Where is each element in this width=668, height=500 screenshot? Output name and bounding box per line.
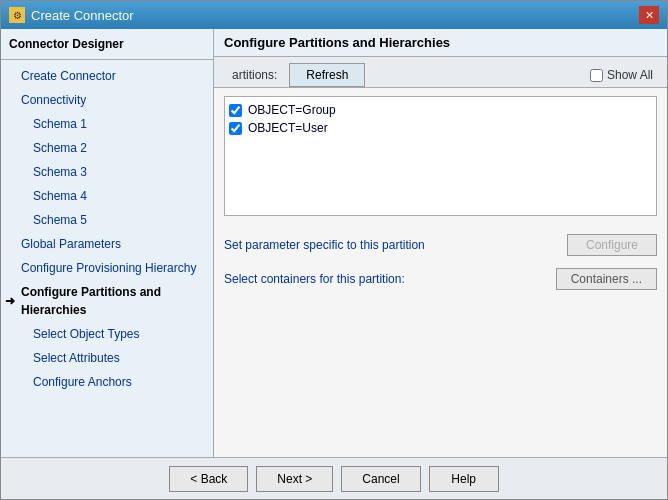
close-button[interactable]: ✕ — [639, 6, 659, 24]
show-all-checkbox[interactable] — [590, 69, 603, 82]
sidebar: Connector Designer Create Connector Conn… — [1, 29, 214, 457]
sidebar-header: Connector Designer — [1, 33, 213, 55]
sidebar-item-configure-provisioning-hierarchy[interactable]: Configure Provisioning Hierarchy — [1, 256, 213, 280]
sidebar-item-schema-4[interactable]: Schema 4 — [1, 184, 213, 208]
main-panel-header: Configure Partitions and Hierarchies — [214, 29, 667, 57]
partition-user-label: OBJECT=User — [248, 121, 328, 135]
tab-row: artitions: Refresh Show All — [214, 57, 667, 88]
partition-item-user: OBJECT=User — [229, 119, 652, 137]
sidebar-item-configure-partitions[interactable]: ➜ Configure Partitions and Hierarchies — [1, 280, 213, 322]
sidebar-item-configure-anchors[interactable]: Configure Anchors — [1, 370, 213, 394]
sidebar-item-schema-3[interactable]: Schema 3 — [1, 160, 213, 184]
title-bar: ⚙ Create Connector ✕ — [1, 1, 667, 29]
set-param-row: Set parameter specific to this partition… — [224, 234, 657, 256]
partition-item-group: OBJECT=Group — [229, 101, 652, 119]
current-arrow-icon: ➜ — [5, 292, 15, 310]
sidebar-item-global-parameters[interactable]: Global Parameters — [1, 232, 213, 256]
partition-group-checkbox[interactable] — [229, 104, 242, 117]
main-panel: Configure Partitions and Hierarchies art… — [214, 29, 667, 457]
partitions-tab-label: artitions: — [224, 64, 285, 86]
show-all-area: Show All — [590, 68, 657, 82]
partition-list: OBJECT=Group OBJECT=User — [224, 96, 657, 216]
sidebar-item-schema-2[interactable]: Schema 2 — [1, 136, 213, 160]
sidebar-item-select-object-types[interactable]: Select Object Types — [1, 322, 213, 346]
back-button[interactable]: < Back — [169, 466, 248, 492]
sidebar-item-select-attributes[interactable]: Select Attributes — [1, 346, 213, 370]
show-all-label: Show All — [607, 68, 653, 82]
set-param-label: Set parameter specific to this partition — [224, 238, 567, 252]
partition-group-label: OBJECT=Group — [248, 103, 336, 117]
refresh-button[interactable]: Refresh — [289, 63, 365, 87]
configure-button[interactable]: Configure — [567, 234, 657, 256]
window: ⚙ Create Connector ✕ Connector Designer … — [0, 0, 668, 500]
next-button[interactable]: Next > — [256, 466, 333, 492]
select-containers-row: Select containers for this partition: Co… — [224, 268, 657, 290]
config-section: Set parameter specific to this partition… — [214, 224, 667, 290]
sidebar-item-schema-1[interactable]: Schema 1 — [1, 112, 213, 136]
sidebar-item-schema-5[interactable]: Schema 5 — [1, 208, 213, 232]
app-icon: ⚙ — [9, 7, 25, 23]
sidebar-item-connectivity[interactable]: Connectivity — [1, 88, 213, 112]
cancel-button[interactable]: Cancel — [341, 466, 420, 492]
select-containers-label: Select containers for this partition: — [224, 272, 556, 286]
sidebar-item-create-connector[interactable]: Create Connector — [1, 64, 213, 88]
help-button[interactable]: Help — [429, 466, 499, 492]
content-area: Connector Designer Create Connector Conn… — [1, 29, 667, 457]
title-bar-controls: ✕ — [639, 6, 659, 24]
partition-user-checkbox[interactable] — [229, 122, 242, 135]
window-title: Create Connector — [31, 8, 134, 23]
containers-button[interactable]: Containers ... — [556, 268, 657, 290]
footer: < Back Next > Cancel Help — [1, 457, 667, 499]
title-bar-left: ⚙ Create Connector — [9, 7, 134, 23]
